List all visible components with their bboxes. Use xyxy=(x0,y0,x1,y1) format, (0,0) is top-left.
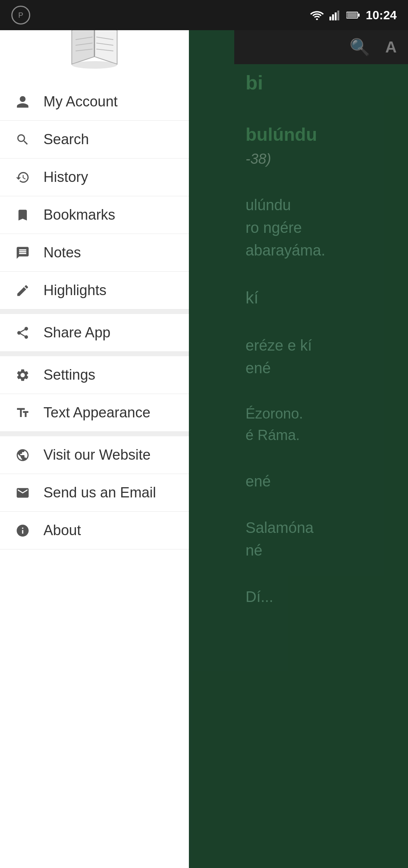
highlights-icon xyxy=(11,279,34,302)
menu-item-text-appearance[interactable]: Text Appearance xyxy=(0,394,189,432)
svg-point-10 xyxy=(72,61,117,69)
menu-item-notes[interactable]: Notes xyxy=(0,234,189,272)
share-app-label: Share App xyxy=(43,325,110,341)
my-account-label: My Account xyxy=(43,94,117,110)
bookmarks-label: Bookmarks xyxy=(43,207,115,223)
section-divider-2 xyxy=(0,352,189,356)
globe-icon xyxy=(11,444,34,466)
svg-rect-3 xyxy=(335,12,337,20)
history-icon xyxy=(11,166,34,189)
status-bar: P 10:24 xyxy=(0,0,408,30)
send-email-label: Send us an Email xyxy=(43,485,156,501)
section-divider-3 xyxy=(0,432,189,436)
menu-item-share-app[interactable]: Share App xyxy=(0,314,189,352)
highlights-label: Highlights xyxy=(43,282,107,299)
notes-icon xyxy=(11,242,34,264)
status-bar-left: P xyxy=(11,6,30,25)
svg-rect-1 xyxy=(329,17,331,20)
search-label: Search xyxy=(43,131,89,148)
email-icon xyxy=(11,482,34,504)
svg-point-0 xyxy=(316,18,318,20)
menu-item-visit-website[interactable]: Visit our Website xyxy=(0,436,189,474)
navigation-drawer: My Account Search History Bookmarks Note… xyxy=(0,0,189,868)
menu-item-highlights[interactable]: Highlights xyxy=(0,272,189,309)
wifi-icon xyxy=(310,10,324,20)
menu-item-bookmarks[interactable]: Bookmarks xyxy=(0,196,189,234)
app-logo: P xyxy=(11,6,30,25)
visit-website-label: Visit our Website xyxy=(43,447,151,463)
svg-rect-6 xyxy=(358,14,360,17)
about-label: About xyxy=(43,522,81,539)
battery-icon xyxy=(346,11,360,19)
text-appearance-icon xyxy=(11,402,34,424)
menu-item-send-email[interactable]: Send us an Email xyxy=(0,474,189,512)
menu-item-settings[interactable]: Settings xyxy=(0,356,189,394)
menu-item-search[interactable]: Search xyxy=(0,121,189,159)
text-appearance-label: Text Appearance xyxy=(43,405,150,421)
menu-item-my-account[interactable]: My Account xyxy=(0,83,189,121)
menu-item-history[interactable]: History xyxy=(0,159,189,196)
notes-label: Notes xyxy=(43,245,81,261)
bookmark-icon xyxy=(11,204,34,226)
status-time: 10:24 xyxy=(366,8,397,22)
menu-item-about[interactable]: About xyxy=(0,512,189,549)
svg-rect-2 xyxy=(332,14,334,20)
section-divider-1 xyxy=(0,309,189,314)
svg-rect-4 xyxy=(337,11,339,20)
info-icon xyxy=(11,519,34,542)
signal-icon xyxy=(329,10,341,20)
share-icon xyxy=(11,322,34,344)
settings-icon xyxy=(11,364,34,386)
drawer-overlay[interactable] xyxy=(185,0,408,868)
history-label: History xyxy=(43,169,88,185)
search-icon xyxy=(11,128,34,151)
status-bar-right: 10:24 xyxy=(310,8,397,22)
svg-rect-7 xyxy=(347,13,357,17)
settings-label: Settings xyxy=(43,367,95,383)
person-icon xyxy=(11,91,34,113)
